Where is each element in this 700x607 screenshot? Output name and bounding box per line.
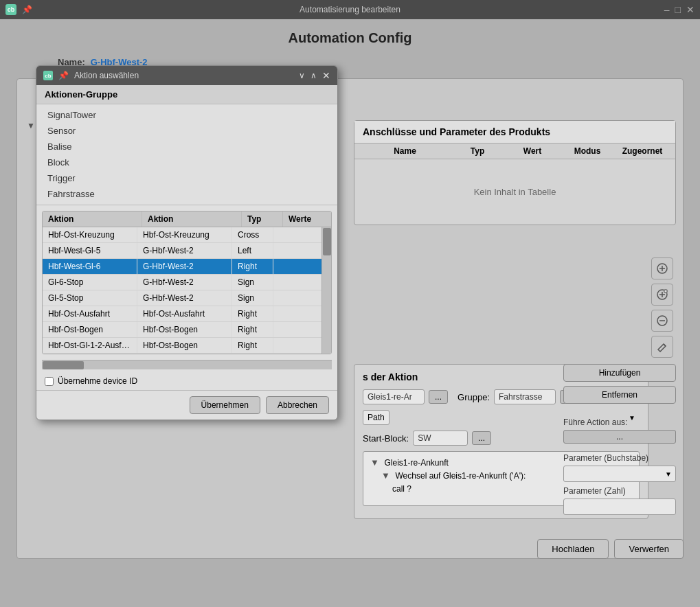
maximize-btn[interactable]: □: [675, 4, 681, 15]
dialog-pin-icon[interactable]: 📌: [58, 71, 69, 80]
scroll-thumb[interactable]: [323, 228, 331, 255]
bottom-buttons: Hochladen Verwerfen: [537, 539, 684, 559]
table-row[interactable]: Hbf-Ost-Bogen Hbf-Ost-Bogen Right: [43, 322, 321, 338]
path-select[interactable]: Path: [363, 410, 389, 425]
table-row-selected[interactable]: Hbf-West-Gl-6 G-Hbf-West-2 Right: [43, 259, 321, 275]
dialog-title-text: Aktion auswählen: [74, 71, 139, 80]
param-zahl-input[interactable]: [563, 499, 676, 515]
scroll-track[interactable]: [321, 227, 331, 354]
table-row[interactable]: Hbf-Ost-Ausfahrt Hbf-Ost-Ausfahrt Right: [43, 306, 321, 322]
col-zugeornet: Zugeornet: [615, 146, 670, 156]
table-row[interactable]: Gl-5-Stop G-Hbf-West-2 Sign: [43, 290, 321, 306]
dialog-table-container: Aktion Aktion Typ Werte Hbf-Ost-Kreuzung…: [42, 211, 332, 354]
dialog-section-header: Aktionen-Gruppe: [36, 85, 337, 104]
dialog-overlay: cb 📌 Aktion auswählen ∨ ∧ ✕ Aktionen-Gru…: [36, 65, 338, 420]
fuehre-label: Führe Action aus:: [563, 417, 676, 427]
list-item-block[interactable]: Block: [36, 154, 337, 170]
verwerfen-btn[interactable]: Verwerfen: [614, 539, 684, 559]
dialog-col-aktion1: Aktion: [43, 211, 142, 227]
scrollbar-container: Hbf-Ost-Kreuzung Hbf-Ost-Kreuzung Cross …: [43, 227, 331, 354]
tree-label-call: call ?: [392, 484, 411, 494]
connections-panel: Anschlüsse und Parameter des Produkts Na…: [354, 120, 676, 225]
dialog-close-btn[interactable]: ✕: [322, 70, 330, 81]
col-wert: Wert: [505, 146, 560, 156]
table-row[interactable]: Hbf-Ost-Kreuzung Hbf-Ost-Kreuzung Cross: [43, 227, 321, 243]
edit-icon-btn[interactable]: [651, 336, 673, 358]
start-block-dots-btn[interactable]: ...: [472, 431, 491, 445]
title-bar: cb 📌 Automatisierung bearbeiten – □ ✕: [0, 0, 700, 19]
dialog-title-right: ∨ ∧ ✕: [299, 70, 330, 81]
gruppe-label: Gruppe:: [458, 392, 490, 402]
h-scroll[interactable]: [42, 360, 332, 369]
title-bar-right: – □ ✕: [664, 4, 695, 15]
dialog-title-left: cb 📌 Aktion auswählen: [43, 71, 139, 80]
dialog-table-body: Hbf-Ost-Kreuzung Hbf-Ost-Kreuzung Cross …: [43, 227, 321, 354]
hinzufuegen-btn[interactable]: Hinzufügen: [563, 364, 676, 382]
dialog-col-werte: Werte: [283, 211, 331, 227]
gruppe-value: Fahrstrasse: [494, 389, 556, 404]
page-title: Automation Config: [16, 30, 684, 46]
param-buchstabe-select-wrapper: ▼: [563, 466, 676, 482]
table-row[interactable]: Gl-6-Stop G-Hbf-West-2 Sign: [43, 275, 321, 290]
dialog-bottom: Übernehmen Abbrechen: [36, 390, 337, 420]
list-item-sensor[interactable]: Sensor: [36, 123, 337, 139]
fuehre-section: Führe Action aus: ... Parameter (Buchsta…: [563, 413, 676, 515]
device-id-checkbox[interactable]: [45, 377, 54, 386]
param-buchstabe-select[interactable]: [563, 466, 676, 482]
close-btn[interactable]: ✕: [686, 4, 695, 15]
pin-icon[interactable]: 📌: [22, 5, 32, 14]
hochladen-btn[interactable]: Hochladen: [537, 539, 609, 559]
dialog-col-aktion2: Aktion: [142, 211, 242, 227]
list-item-signaltower[interactable]: SignalTower: [36, 107, 337, 123]
gleis1-dots-btn[interactable]: ...: [429, 390, 448, 404]
col-name: Name: [360, 146, 450, 156]
dialog-col-typ: Typ: [242, 211, 283, 227]
add-icon-btn[interactable]: [651, 257, 673, 279]
window-title: Automatisierung bearbeiten: [300, 5, 400, 14]
dialog-expand-icon[interactable]: ∨: [299, 71, 305, 80]
tree-expand-gleis1: ▼: [370, 457, 379, 468]
tree-expand-wechsel: ▼: [381, 470, 390, 481]
fuehre-dots-btn[interactable]: ...: [563, 430, 676, 444]
left-expand-icon[interactable]: ▼: [27, 121, 35, 130]
connections-title: Anschlüsse und Parameter des Produkts: [363, 126, 550, 137]
gleis1-input: Gleis1-re-Ar: [363, 389, 425, 404]
table-row[interactable]: Hbf-West-Gl-5 G-Hbf-West-2 Left: [43, 243, 321, 259]
connections-empty: Kein Inhalt in Tabelle: [354, 159, 675, 225]
list-item-fahrstrasse[interactable]: Fahrstrasse: [36, 186, 337, 202]
connections-header: Anschlüsse und Parameter des Produkts: [354, 121, 675, 144]
dialog-title-bar: cb 📌 Aktion auswählen ∨ ∧ ✕: [36, 66, 337, 85]
start-block-label: Start-Block:: [363, 433, 409, 444]
minimize-btn[interactable]: –: [664, 4, 670, 15]
table-row[interactable]: Hbf-Ost-Gl-1-2-Ausfahrt Hbf-Ost-Bogen Ri…: [43, 338, 321, 354]
col-modus: Modus: [560, 146, 615, 156]
col-typ: Typ: [450, 146, 505, 156]
dialog-collapse-icon[interactable]: ∧: [311, 71, 317, 80]
side-buttons: Hinzufügen Entfernen Führe Action aus: .…: [563, 364, 676, 515]
dialog-list: SignalTower Sensor Balise Block Trigger …: [36, 104, 337, 205]
list-item-balise[interactable]: Balise: [36, 139, 337, 154]
tree-label-wechsel: Wechsel auf Gleis1-re-Ankunft ('A'):: [396, 471, 526, 481]
entfernen-btn[interactable]: Entfernen: [563, 386, 676, 404]
app-icon: cb: [5, 4, 16, 15]
dialog-icon: cb: [43, 71, 53, 80]
dialog-table-header: Aktion Aktion Typ Werte: [43, 211, 331, 227]
minus-icon-btn[interactable]: [651, 310, 673, 332]
cancel-btn[interactable]: Abbrechen: [266, 396, 329, 414]
right-icons: [651, 257, 673, 358]
checkbox-row: Übernehme device ID: [36, 372, 337, 390]
device-id-label: Übernehme device ID: [58, 376, 137, 386]
add-node-icon-btn[interactable]: [651, 284, 673, 306]
title-bar-left: cb 📌: [5, 4, 32, 15]
param-zahl-label: Parameter (Zahl): [563, 486, 676, 496]
start-block-value: SW: [413, 431, 468, 446]
tree-label-gleis1: Gleis1-re-Ankunft: [385, 458, 449, 468]
svg-line-11: [664, 344, 666, 346]
confirm-btn[interactable]: Übernehmen: [190, 396, 260, 414]
connections-table-header: Name Typ Wert Modus Zugeornet: [354, 144, 675, 159]
h-scroll-thumb[interactable]: [43, 361, 84, 369]
list-item-trigger[interactable]: Trigger: [36, 170, 337, 186]
param-buchstabe-label: Parameter (Buchstabe): [563, 453, 676, 463]
